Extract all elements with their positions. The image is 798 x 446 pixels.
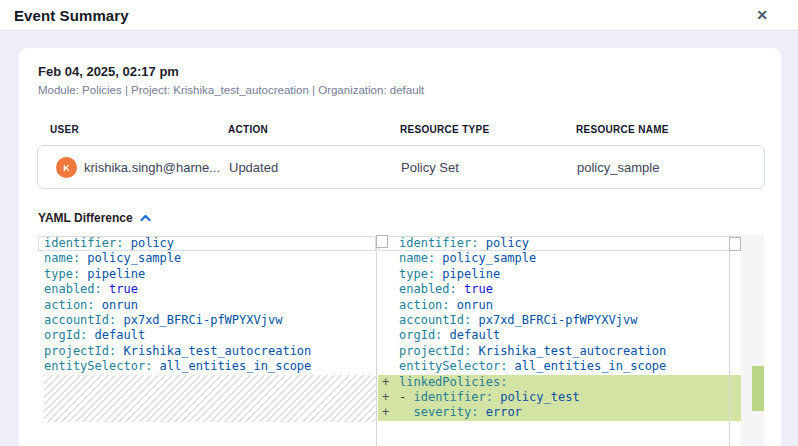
event-meta: Module: Policies | Project: Krishika_tes…	[38, 84, 781, 96]
yaml-difference-label: YAML Difference	[38, 211, 133, 225]
code-line: accountId: px7xd_BFRCi-pfWPYXVjvw	[38, 313, 376, 328]
removed-filler-hatch	[44, 375, 376, 422]
original-scrollbar[interactable]	[376, 235, 388, 248]
code-line: entitySelector: all_entities_in_scope	[38, 359, 376, 374]
code-line: type: pipeline	[378, 267, 741, 282]
resource-type-value: Policy Set	[401, 160, 459, 175]
column-header-resource-type: RESOURCE TYPE	[400, 124, 489, 135]
diff-overview-ruler[interactable]	[741, 235, 764, 446]
modified-scrollbar[interactable]	[729, 237, 741, 251]
code-line: action: onrun	[378, 298, 741, 313]
code-line: name: policy_sample	[378, 251, 741, 266]
table-row[interactable]: K krishika.singh@harne... Updated Policy…	[37, 145, 765, 189]
code-line: projectId: Krishika_test_autocreation	[378, 344, 741, 359]
event-summary-card: Feb 04, 2025, 02:17 pm Module: Policies …	[19, 48, 781, 446]
code-line: type: pipeline	[38, 267, 376, 282]
dialog-header: Event Summary ✕	[0, 0, 798, 31]
code-line: + severity: error	[378, 405, 741, 420]
code-line: identifier: policy	[378, 236, 741, 251]
user-email: krishika.singh@harne...	[84, 160, 220, 175]
action-value: Updated	[229, 160, 278, 175]
column-header-user: USER	[50, 124, 79, 135]
close-icon[interactable]: ✕	[756, 8, 768, 22]
column-header-resource-name: RESOURCE NAME	[576, 124, 669, 135]
code-line: name: policy_sample	[38, 251, 376, 266]
code-line: identifier: policy	[38, 236, 376, 251]
code-line: enabled: true	[378, 282, 741, 297]
diff-original-pane[interactable]: identifier: policyname: policy_sampletyp…	[38, 235, 377, 446]
yaml-difference-toggle[interactable]: YAML Difference	[38, 211, 781, 225]
table-header-row: USER ACTION RESOURCE TYPE RESOURCE NAME	[37, 124, 765, 136]
code-line: accountId: px7xd_BFRCi-pfWPYXVjvw	[378, 313, 741, 328]
avatar: K	[56, 157, 77, 178]
code-line: projectId: Krishika_test_autocreation	[38, 344, 376, 359]
code-line: orgId: default	[38, 328, 376, 343]
code-line: +linkedPolicies:	[378, 375, 741, 390]
chevron-up-icon[interactable]	[140, 214, 151, 222]
event-date: Feb 04, 2025, 02:17 pm	[38, 64, 781, 79]
page-title: Event Summary	[14, 7, 129, 24]
resource-name-value: policy_sample	[577, 160, 659, 175]
code-line: +- identifier: policy_test	[378, 390, 741, 405]
editor-divider	[729, 235, 730, 446]
code-line: orgId: default	[378, 328, 741, 343]
code-line: enabled: true	[38, 282, 376, 297]
column-header-action: ACTION	[228, 124, 268, 135]
yaml-diff-editor: identifier: policyname: policy_sampletyp…	[38, 235, 764, 446]
added-lines-marker	[752, 366, 764, 411]
code-line: action: onrun	[38, 298, 376, 313]
diff-modified-pane[interactable]: identifier: policyname: policy_sampletyp…	[378, 235, 741, 446]
code-line: entitySelector: all_entities_in_scope	[378, 359, 741, 374]
